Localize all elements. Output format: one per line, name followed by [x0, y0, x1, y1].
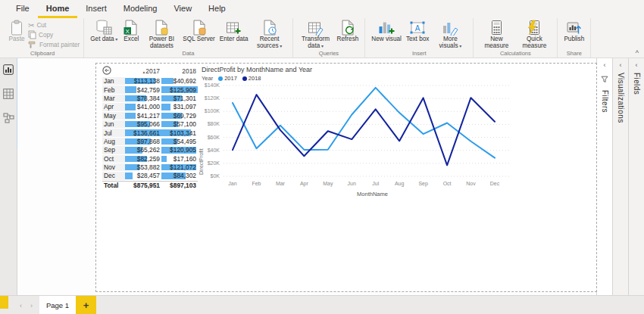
button-label: Transform data ▾ — [299, 36, 333, 49]
table-cell[interactable]: $125,909 — [161, 85, 198, 94]
table-cell[interactable]: $42,759 — [125, 85, 161, 94]
legend-item-2017[interactable]: 2017 — [218, 75, 237, 82]
table-cell[interactable]: $120,905 — [161, 146, 198, 154]
table-cell[interactable]: $121,072 — [161, 163, 198, 172]
table-cell[interactable]: $78,384 — [125, 95, 161, 103]
new-measure-button[interactable]: New measure — [477, 19, 515, 49]
cell-value: $120,905 — [170, 146, 196, 154]
next-page-arrow-icon[interactable]: › — [30, 302, 33, 309]
report-page[interactable]: ▴2017 2018 Jan$113,138$40,692Feb$42,759$… — [95, 63, 597, 292]
table-cell[interactable]: $65,262 — [125, 146, 161, 154]
table-cell[interactable]: $28,457 — [125, 172, 161, 180]
legend-title: Year — [202, 75, 213, 82]
table-row[interactable]: Jun$95,066$57,100 — [102, 120, 198, 129]
publish-button[interactable]: Publish — [561, 19, 586, 42]
table-cell[interactable]: $53,882 — [125, 163, 161, 172]
table-cell[interactable]: $71,301 — [161, 95, 198, 103]
new-visual-button[interactable]: New visual — [369, 19, 404, 42]
recent-sources-button[interactable]: Recent sources ▾ — [251, 19, 289, 49]
copy-button[interactable]: Copy — [28, 30, 80, 40]
visualizations-panel-collapsed[interactable]: ‹ Visualizations — [612, 58, 628, 295]
table-row[interactable]: Sep$65,262$120,905 — [102, 146, 198, 154]
table-row[interactable]: Jan$113,138$40,692 — [102, 77, 198, 85]
data-view-button[interactable] — [2, 89, 14, 101]
legend-item-2018[interactable]: 2018 — [242, 75, 261, 82]
page-tab[interactable]: Page 1 — [39, 296, 76, 314]
table-cell[interactable]: $41,000 — [125, 103, 161, 111]
collapse-ribbon-chevron-icon[interactable]: ^ — [636, 50, 639, 57]
table-cell[interactable]: $103,341 — [161, 129, 198, 137]
power-bi-datasets-button[interactable]: Power BI datasets — [142, 19, 180, 49]
drill-up-icon[interactable] — [102, 66, 111, 76]
cell-value: $28,457 — [137, 172, 160, 179]
paste-button[interactable]: Paste — [5, 19, 28, 42]
expand-fields-chevron-icon[interactable]: ‹ — [636, 62, 638, 69]
table-cell[interactable]: $97,868 — [125, 138, 161, 146]
table-cell[interactable]: $57,100 — [161, 120, 198, 129]
add-page-button[interactable]: + — [76, 296, 96, 314]
matrix-table-visual[interactable]: ▴2017 2018 Jan$113,138$40,692Feb$42,759$… — [102, 65, 198, 191]
format-painter-button[interactable]: Format painter — [28, 40, 80, 50]
fields-panel-label: Fields — [633, 73, 641, 95]
text-box-button[interactable]: AText box — [404, 19, 432, 42]
ribbon-tab-insert[interactable]: Insert — [77, 0, 115, 18]
chevron-down-icon: ▾ — [114, 37, 118, 42]
x-axis-tick-label: Mar — [269, 181, 292, 186]
table-row[interactable]: Oct$82,259$17,160 — [102, 155, 198, 163]
report-view-button[interactable] — [2, 65, 14, 77]
table-cell[interactable]: $897,103 — [161, 182, 198, 191]
table-cell[interactable]: $82,259 — [125, 155, 161, 163]
button-label: Copy — [39, 32, 53, 39]
transform-data-button[interactable]: Transform data ▾ — [297, 19, 335, 49]
filters-panel-collapsed[interactable]: ‹ Filters — [596, 58, 612, 295]
table-cell[interactable]: $84,302 — [161, 172, 198, 180]
table-row[interactable]: Dec$28,457$84,302 — [102, 172, 198, 180]
table-row[interactable]: Feb$42,759$125,909 — [102, 85, 198, 94]
ribbon-tab-home[interactable]: Home — [38, 0, 78, 18]
expand-visualizations-chevron-icon[interactable]: ‹ — [620, 62, 622, 69]
cut-button[interactable]: ✂Cut — [28, 20, 80, 30]
table-cell[interactable]: $136,661 — [125, 129, 161, 137]
enter-data-button[interactable]: Enter data — [217, 19, 251, 42]
table-cell[interactable]: $113,138 — [125, 77, 161, 85]
get-data-button[interactable]: Get data ▾ — [88, 19, 120, 42]
table-cell[interactable]: $69,729 — [161, 112, 198, 120]
table-cell[interactable]: $95,066 — [125, 120, 161, 129]
table-row[interactable]: Aug$97,868$54,495 — [102, 138, 198, 146]
x-axis-tick-label: Sep — [412, 181, 435, 186]
previous-page-arrow-icon[interactable]: ‹ — [20, 302, 22, 309]
table-row[interactable]: Mar$78,384$71,301 — [102, 95, 198, 103]
ribbon-group-share: PublishShare — [558, 18, 591, 58]
ribbon-tab-file[interactable]: File — [8, 0, 38, 18]
table-cell[interactable]: $54,495 — [161, 138, 198, 146]
sql-server-button[interactable]: SQL Server — [180, 19, 217, 42]
ribbon-group-data: Get data ▾XExcelPower BI datasetsSQL Ser… — [84, 18, 292, 58]
button-label: New visual — [371, 36, 402, 42]
column-header-2017[interactable]: ▴2017 — [125, 67, 161, 75]
more-visuals-button[interactable]: More visuals ▾ — [431, 19, 469, 49]
y-axis-tick-label: $60K — [200, 135, 220, 140]
report-view-icon — [3, 64, 14, 78]
ribbon-tabbar: FileHomeInsertModelingViewHelp — [0, 0, 644, 18]
table-cell[interactable]: $40,692 — [161, 77, 198, 85]
refresh-button[interactable]: Refresh — [335, 19, 361, 42]
model-view-button[interactable] — [2, 113, 14, 126]
ribbon-tab-help[interactable]: Help — [200, 0, 234, 18]
fields-panel-collapsed[interactable]: ‹ Fields — [628, 58, 644, 295]
ribbon-tab-view[interactable]: View — [165, 0, 200, 18]
table-cell[interactable]: $31,097 — [161, 103, 198, 111]
excel-button[interactable]: XExcel — [120, 19, 142, 42]
column-header-2018[interactable]: 2018 — [161, 67, 198, 75]
table-row[interactable]: May$41,217$69,729 — [102, 112, 198, 120]
table-cell[interactable]: $41,217 — [125, 112, 161, 120]
total-label: Total — [102, 182, 125, 191]
table-cell[interactable]: $17,160 — [161, 155, 198, 163]
quick-measure-button[interactable]: Quick measure — [515, 19, 553, 49]
table-cell[interactable]: $875,951 — [125, 182, 161, 191]
line-chart-visual[interactable]: DirectProfit by MonthName and Year Year … — [200, 66, 521, 196]
ribbon-tab-modeling[interactable]: Modeling — [115, 0, 166, 18]
table-row[interactable]: Nov$53,882$121,072 — [102, 163, 198, 172]
table-row[interactable]: Jul$136,661$103,341 — [102, 129, 198, 137]
table-row[interactable]: Apr$41,000$31,097 — [102, 103, 198, 111]
expand-filters-chevron-icon[interactable]: ‹ — [604, 62, 606, 69]
